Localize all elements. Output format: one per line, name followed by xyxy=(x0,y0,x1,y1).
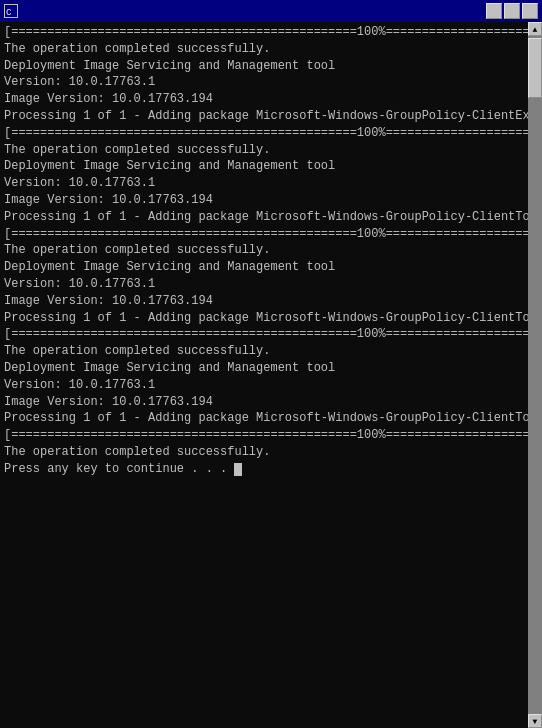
console-line: Press any key to continue . . . xyxy=(4,461,524,478)
console-line: [=======================================… xyxy=(4,125,524,142)
console-line: Version: 10.0.17763.1 xyxy=(4,74,524,91)
console-line: Deployment Image Servicing and Managemen… xyxy=(4,259,524,276)
console-line: The operation completed successfully. xyxy=(4,343,524,360)
console-line: Image Version: 10.0.17763.194 xyxy=(4,192,524,209)
titlebar-controls xyxy=(486,3,538,19)
maximize-button[interactable] xyxy=(504,3,520,19)
console-line: Image Version: 10.0.17763.194 xyxy=(4,394,524,411)
console-output[interactable]: [=======================================… xyxy=(0,22,528,728)
console-line: Version: 10.0.17763.1 xyxy=(4,377,524,394)
console-line: Deployment Image Servicing and Managemen… xyxy=(4,58,524,75)
scrollbar[interactable]: ▲ ▼ xyxy=(528,22,542,728)
console-line: Deployment Image Servicing and Managemen… xyxy=(4,360,524,377)
console-line: [=======================================… xyxy=(4,24,524,41)
scroll-thumb[interactable] xyxy=(528,38,542,98)
minimize-button[interactable] xyxy=(486,3,502,19)
console-line: The operation completed successfully. xyxy=(4,142,524,159)
cmd-icon: C xyxy=(4,4,18,18)
scroll-down-button[interactable]: ▼ xyxy=(528,714,542,728)
scroll-up-button[interactable]: ▲ xyxy=(528,22,542,36)
scroll-track[interactable] xyxy=(528,36,542,714)
console-line: [=======================================… xyxy=(4,226,524,243)
titlebar-left: C xyxy=(4,4,23,18)
cursor xyxy=(234,463,242,476)
console-line: The operation completed successfully. xyxy=(4,242,524,259)
svg-text:C: C xyxy=(6,8,12,17)
console-line: Processing 1 of 1 - Adding package Micro… xyxy=(4,410,524,427)
titlebar: C xyxy=(0,0,542,22)
console-line: Image Version: 10.0.17763.194 xyxy=(4,91,524,108)
console-line: [=======================================… xyxy=(4,427,524,444)
console-line: Processing 1 of 1 - Adding package Micro… xyxy=(4,310,524,327)
console-line: Version: 10.0.17763.1 xyxy=(4,175,524,192)
console-line: Version: 10.0.17763.1 xyxy=(4,276,524,293)
console-line: Processing 1 of 1 - Adding package Micro… xyxy=(4,209,524,226)
console-line: [=======================================… xyxy=(4,326,524,343)
close-button[interactable] xyxy=(522,3,538,19)
console-window: [=======================================… xyxy=(0,22,542,728)
console-line: The operation completed successfully. xyxy=(4,444,524,461)
console-line: Deployment Image Servicing and Managemen… xyxy=(4,158,524,175)
console-line: The operation completed successfully. xyxy=(4,41,524,58)
console-line: Processing 1 of 1 - Adding package Micro… xyxy=(4,108,524,125)
console-line: Image Version: 10.0.17763.194 xyxy=(4,293,524,310)
